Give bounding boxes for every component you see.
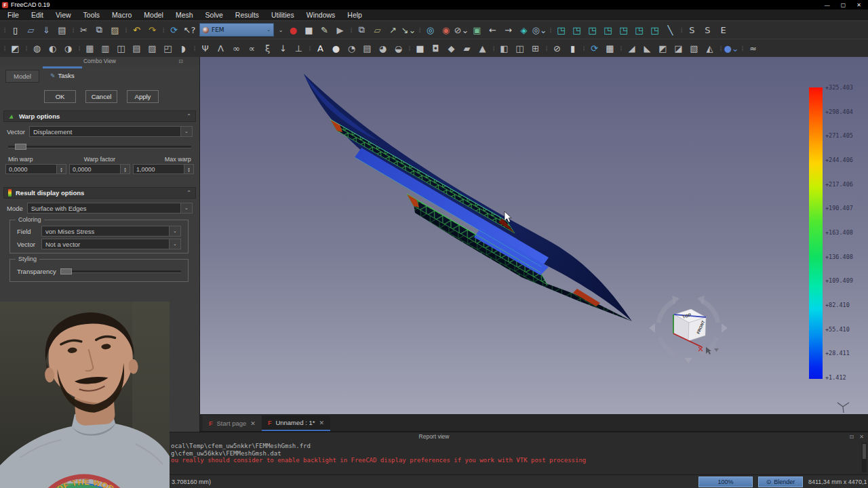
cut-icon[interactable]: ✂ [76,22,92,37]
fem-mesh-boundary-layer-icon[interactable]: ◘ [428,41,443,56]
copy-icon[interactable]: ⧉ [92,22,107,37]
transparency-groove[interactable] [60,270,181,273]
spreadsheet-icon[interactable]: E [715,22,731,37]
maximize-icon[interactable]: ▢ [841,2,846,8]
fem-material-solid-icon[interactable]: ◍ [29,41,45,56]
view-top-icon[interactable]: ◳ [585,22,600,37]
warp-options-header[interactable]: ▲ Warp options ⌃ [3,110,196,122]
macro-record-icon[interactable]: ● [285,22,301,37]
measure-distance-icon[interactable]: ╲ [663,22,678,37]
merge-project-icon[interactable]: ⧉ [354,22,370,37]
tab-start-page[interactable]: F Start page ✕ [203,415,262,431]
view-left-icon[interactable]: ◳ [647,22,663,37]
tab-unnamed-document[interactable]: F Unnamed : 1* ✕ [262,415,330,431]
close-tab-icon[interactable]: ✕ [319,420,324,426]
link-replace-icon[interactable]: ↘⌄ [401,22,416,37]
fem-fluid-section-icon[interactable]: ▤ [129,41,144,56]
fem-post-apply-changes-icon[interactable]: ▦ [602,41,618,56]
view-home-icon[interactable]: ◳ [553,22,569,37]
fem-material-fluid-icon[interactable]: ◐ [45,41,60,56]
fem-data-along-line-icon[interactable]: ◭ [702,41,717,56]
fem-material-reinforced-icon[interactable]: ◗ [176,41,191,56]
nav-left-arrow-icon[interactable] [649,323,655,333]
whats-this-icon[interactable]: ↖? [182,22,197,37]
fem-constraint-bodyheat-icon[interactable]: ◕ [375,41,391,56]
fem-constraint-tie-icon[interactable]: ∝ [244,41,260,56]
fem-solver-run-icon[interactable]: ⊞ [528,41,543,56]
max-warp-spinbox[interactable]: 1,0000 ▴▾ [133,164,194,174]
nav-right-arrow-icon[interactable] [722,323,728,333]
fem-shell-thickness-icon[interactable]: ▥ [98,41,113,56]
chevron-down-icon[interactable]: ⌄ [169,239,180,249]
macro-stop-icon[interactable]: ■ [301,22,317,37]
fem-material-editor-icon[interactable]: ◑ [60,41,76,56]
fem-mesh-refinement-icon[interactable]: ◆ [443,41,459,56]
aircraft-fem-model[interactable] [304,74,632,321]
3d-viewport[interactable]: TOP FRONT +325.403+298.404+271.405+244.4… [200,57,868,414]
cancel-button[interactable]: Cancel [85,90,117,103]
print-icon[interactable]: ▤ [54,22,70,37]
link-make-icon[interactable]: ↗ [385,22,401,37]
fem-clip-filter-icon[interactable]: ◢ [624,41,639,56]
spin-down-icon[interactable]: ▾ [60,169,62,172]
paste-icon[interactable]: ▨ [107,22,123,37]
fem-beam-rotation-icon[interactable]: ◫ [113,41,129,56]
workbench-selector[interactable]: FEM ⌄ [199,23,274,37]
spin-down-icon[interactable]: ▾ [124,169,126,172]
fem-constraint-selfweight-icon[interactable]: ● [328,41,344,56]
warp-factor-spinbox[interactable]: 0,0000 ▴▾ [69,164,130,174]
zoom-icon[interactable]: ◎⌄ [532,22,547,37]
new-file-icon[interactable]: ▯ [7,22,23,37]
close-panel-icon[interactable]: ✕ [859,432,864,441]
fem-constraint-fixed-icon[interactable]: Ψ [197,41,213,56]
menu-item[interactable]: Model [138,9,170,20]
menu-item[interactable]: View [50,9,77,20]
collapse-icon[interactable]: ⌃ [186,113,191,119]
view-front-icon[interactable]: ◳ [569,22,585,37]
stopwatch-start-icon[interactable]: S [684,22,700,37]
chevron-down-icon[interactable]: ⌄ [180,203,192,213]
fem-results-show-icon[interactable]: ▮ [565,41,580,56]
tab-model[interactable]: Model [5,70,39,83]
fem-solver-calculix-icon[interactable]: ◧ [496,41,512,56]
warp-vector-select[interactable]: Displacement ⌄ [29,126,193,137]
view-bottom-icon[interactable]: ◳ [631,22,647,37]
fem-constraint-force-icon[interactable]: ↓ [275,41,291,56]
undo-icon[interactable]: ↶ [129,22,144,37]
menu-item[interactable]: Windows [300,9,342,20]
nav-down-arrow-icon[interactable] [684,358,692,363]
macro-edit-icon[interactable]: ✎ [317,22,332,37]
chevron-down-icon[interactable]: ⌄ [169,226,180,236]
sync-view-icon[interactable]: ▣ [469,22,485,37]
transparency-handle[interactable] [60,268,72,274]
dock-float-icon[interactable]: ⊡ [850,432,854,441]
warp-slider-groove[interactable] [8,146,191,148]
fem-constraint-electrostatic-icon[interactable]: ▤ [359,41,375,56]
menu-item[interactable]: Solve [199,9,229,20]
fem-cut-function-icon[interactable]: ◪ [671,41,686,56]
menu-item[interactable]: Mesh [170,9,199,20]
view-forward-icon[interactable]: → [500,22,516,37]
fem-scalar-clip-filter-icon[interactable]: ◣ [639,41,655,56]
menu-item[interactable]: Utilities [265,9,300,20]
fem-constraint-displacement-icon[interactable]: Λ [213,41,229,56]
stopwatch-stop-icon[interactable]: S [700,22,715,37]
fem-constraint-spring-icon[interactable]: ξ [260,41,275,56]
fem-mesh-group-icon[interactable]: ▰ [459,41,475,56]
open-file-icon[interactable]: ▱ [23,22,39,37]
min-warp-spinbox[interactable]: 0,0000 ▴▾ [5,164,66,174]
close-icon[interactable]: ✕ [856,2,861,8]
fem-constraint-pressure-icon[interactable]: ⊥ [291,41,307,56]
workbench-dropdown-icon[interactable]: ⌄ [276,27,285,33]
tab-tasks[interactable]: ✎ Tasks [43,66,82,83]
fem-post-refresh-icon[interactable]: ⟳ [587,41,602,56]
fit-selection-icon[interactable]: ◉ [438,22,454,37]
menu-item[interactable]: Edit [25,9,50,20]
menu-item[interactable]: Results [229,9,265,20]
ok-button[interactable]: OK [44,90,76,103]
fem-mesh-to-mesh-icon[interactable]: ▲ [475,41,490,56]
view-back-icon[interactable]: ← [485,22,500,37]
fem-linearized-stresses-icon[interactable]: ▧ [686,41,702,56]
refresh-icon[interactable]: ⟳ [166,22,182,37]
close-tab-icon[interactable]: ✕ [250,420,256,427]
